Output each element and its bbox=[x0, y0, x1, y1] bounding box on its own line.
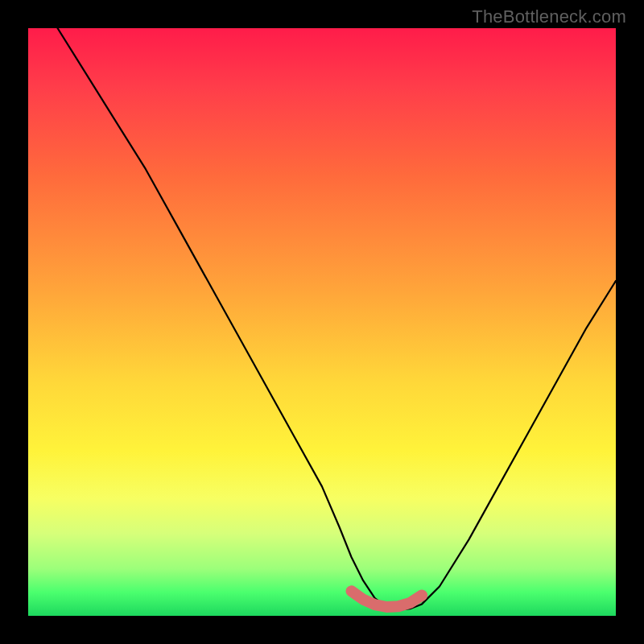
sweet-spot-band bbox=[352, 591, 423, 607]
plot-area bbox=[28, 28, 616, 616]
chart-frame: TheBottleneck.com bbox=[0, 0, 644, 644]
curve-layer bbox=[28, 28, 616, 616]
bottleneck-curve bbox=[58, 28, 617, 610]
attribution-label: TheBottleneck.com bbox=[472, 6, 626, 27]
